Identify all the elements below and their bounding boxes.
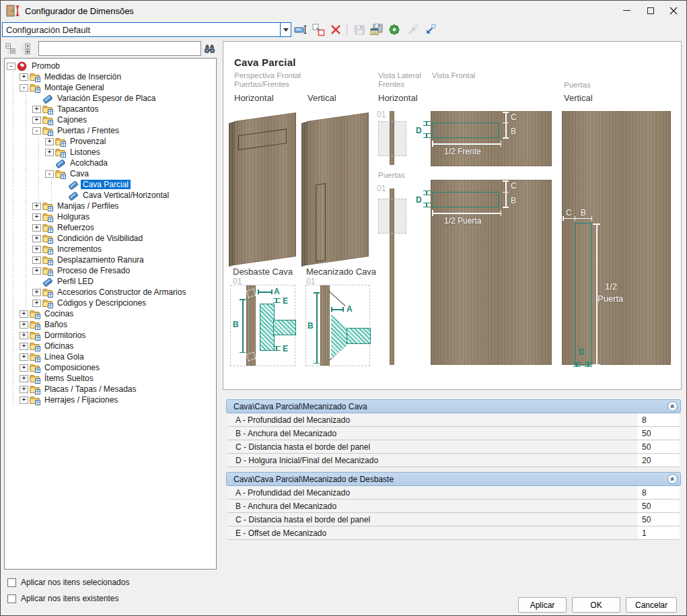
tree-item[interactable]: Variación Espesor de Placa xyxy=(5,93,216,104)
tree-item[interactable]: +Desplazamiento Ranura xyxy=(5,254,216,265)
tree-item[interactable]: +Accesorios Constructor de Armarios xyxy=(5,287,216,298)
tree-item[interactable]: Acolchada xyxy=(5,158,216,168)
tree-item[interactable]: Cava Vertical/Horizontal xyxy=(5,190,216,201)
tree-item[interactable]: +Baños xyxy=(5,319,216,330)
expand-all-button[interactable] xyxy=(20,42,34,56)
rename-configuration-button[interactable] xyxy=(293,22,309,38)
param-value-field[interactable]: 20 xyxy=(638,454,680,467)
cancel-button[interactable]: Cancelar xyxy=(626,597,677,613)
import-configuration-button[interactable] xyxy=(421,22,437,38)
param-value-field[interactable]: 50 xyxy=(638,513,680,526)
table-header[interactable]: Cava\Cava Parcial\Mecanizado Cava« xyxy=(226,399,681,413)
ok-button[interactable]: OK xyxy=(572,597,620,613)
tree-item[interactable]: +Provenzal xyxy=(5,136,216,147)
tree-guide xyxy=(7,147,20,158)
maximize-button[interactable] xyxy=(639,1,662,20)
checkbox-box[interactable] xyxy=(7,578,16,587)
apply-existing-items-checkbox[interactable]: Aplicar nos itens existentes xyxy=(7,594,118,603)
tree-expander[interactable]: + xyxy=(20,343,28,350)
tree-item[interactable]: +Cajones xyxy=(5,114,216,125)
tree-item[interactable]: +Tapacantos xyxy=(5,104,216,114)
rename-icon xyxy=(294,23,308,36)
tree-item[interactable]: +Manijas / Perfiles xyxy=(5,201,216,211)
duplicate-configuration-button[interactable] xyxy=(310,22,326,38)
tree-expander[interactable]: + xyxy=(20,397,28,404)
tree-expander[interactable]: + xyxy=(45,138,54,145)
tree-expander[interactable]: + xyxy=(32,300,41,307)
tree-item[interactable]: +Medidas de Inserción xyxy=(5,71,216,82)
tree-expander[interactable]: + xyxy=(32,267,41,275)
tree-item[interactable]: Perfil LED xyxy=(5,276,216,287)
tree-expander[interactable]: + xyxy=(20,321,28,329)
tree-item[interactable]: -Montaje General xyxy=(5,82,216,93)
share-configuration-button[interactable] xyxy=(404,22,420,38)
tree-item[interactable]: +Dormitorios xyxy=(5,330,216,341)
collapse-button[interactable]: « xyxy=(667,401,678,411)
tree-guide xyxy=(7,104,20,114)
tree-expander[interactable]: + xyxy=(32,116,41,124)
configuration-select[interactable]: Configuración Default xyxy=(2,22,291,37)
tree-expander[interactable]: - xyxy=(7,63,15,70)
param-value-field[interactable]: 50 xyxy=(638,440,680,453)
tree-item[interactable]: +Ítems Sueltos xyxy=(5,373,216,384)
tree-expander[interactable]: + xyxy=(32,106,41,113)
tree-expander[interactable]: + xyxy=(32,289,41,296)
close-button[interactable] xyxy=(662,1,685,20)
tree-expander[interactable]: + xyxy=(20,386,28,393)
tree-item[interactable]: +Cocinas xyxy=(5,308,216,319)
tree-item[interactable]: -Puertas / Frentes xyxy=(5,125,216,136)
tree-expander[interactable]: + xyxy=(20,353,28,361)
tree-item[interactable]: +Herrajes / Fijaciones xyxy=(5,395,216,405)
tree-expander[interactable]: + xyxy=(32,224,41,232)
tree-expander[interactable]: - xyxy=(45,170,54,178)
param-value-field[interactable]: 1 xyxy=(638,526,680,539)
param-value-field[interactable]: 8 xyxy=(638,413,680,426)
delete-configuration-button[interactable] xyxy=(328,22,344,38)
param-value-field[interactable]: 50 xyxy=(638,500,680,512)
tree-expander[interactable]: + xyxy=(32,203,41,210)
table-header[interactable]: Cava\Cava Parcial\Mecanizado de Desbaste… xyxy=(226,472,681,486)
tree-expander[interactable]: + xyxy=(32,256,41,264)
tree-item[interactable]: +Holguras xyxy=(5,211,216,222)
export-database-button[interactable] xyxy=(369,22,385,38)
tree-item[interactable]: +Códigos y Descripciones xyxy=(5,298,216,308)
tree-expander[interactable]: + xyxy=(45,149,54,156)
tree-item[interactable]: +Placas / Tapas / Mesadas xyxy=(5,384,216,395)
param-value-field[interactable]: 8 xyxy=(638,486,680,499)
tree-expander[interactable]: + xyxy=(20,375,28,382)
tree-expander[interactable]: + xyxy=(20,332,28,339)
tree-item[interactable]: Cava Parcial xyxy=(5,179,216,190)
checkbox-box[interactable] xyxy=(7,594,16,603)
combo-dropdown-button[interactable] xyxy=(280,23,291,36)
tree-item[interactable]: +Condición de Visibilidad xyxy=(5,233,216,244)
tree-expander[interactable]: + xyxy=(32,235,41,242)
tree-expander[interactable]: + xyxy=(20,73,28,81)
apply-selected-items-checkbox[interactable]: Aplicar nos itens selecionados xyxy=(7,578,129,587)
tree-item[interactable]: +Oficinas xyxy=(5,341,216,351)
tree-expander[interactable]: + xyxy=(32,246,41,253)
tree-expander[interactable]: - xyxy=(20,84,28,92)
collapse-all-button[interactable] xyxy=(4,42,17,56)
tree-expander[interactable]: + xyxy=(20,310,28,318)
collapse-button[interactable]: « xyxy=(667,474,678,484)
tree-expander[interactable]: - xyxy=(32,127,41,135)
minimize-button[interactable] xyxy=(615,1,638,20)
apply-configuration-button[interactable] xyxy=(386,22,402,38)
tree-expander xyxy=(32,95,41,102)
tree-item[interactable]: +Listones xyxy=(5,147,216,158)
tree-item[interactable]: +Proceso de Fresado xyxy=(5,265,216,276)
tree-item[interactable]: +Incrementos xyxy=(5,244,216,254)
save-button[interactable] xyxy=(351,22,367,38)
apply-button[interactable]: Aplicar xyxy=(518,597,567,613)
search-button[interactable] xyxy=(201,41,218,56)
tree-expander[interactable]: + xyxy=(32,213,41,221)
tree-item[interactable]: +Línea Gola xyxy=(5,351,216,362)
tree-search-input[interactable] xyxy=(38,41,201,56)
tree-item-label: Manijas / Perfiles xyxy=(55,201,120,211)
tree-item[interactable]: -Cava xyxy=(5,168,216,179)
tree-expander[interactable]: + xyxy=(20,364,28,372)
tree-item[interactable]: +Composiciones xyxy=(5,362,216,373)
tree-item[interactable]: +Refuerzos xyxy=(5,222,216,233)
tree-item[interactable]: -Promob xyxy=(5,61,216,71)
param-value-field[interactable]: 50 xyxy=(638,427,680,440)
